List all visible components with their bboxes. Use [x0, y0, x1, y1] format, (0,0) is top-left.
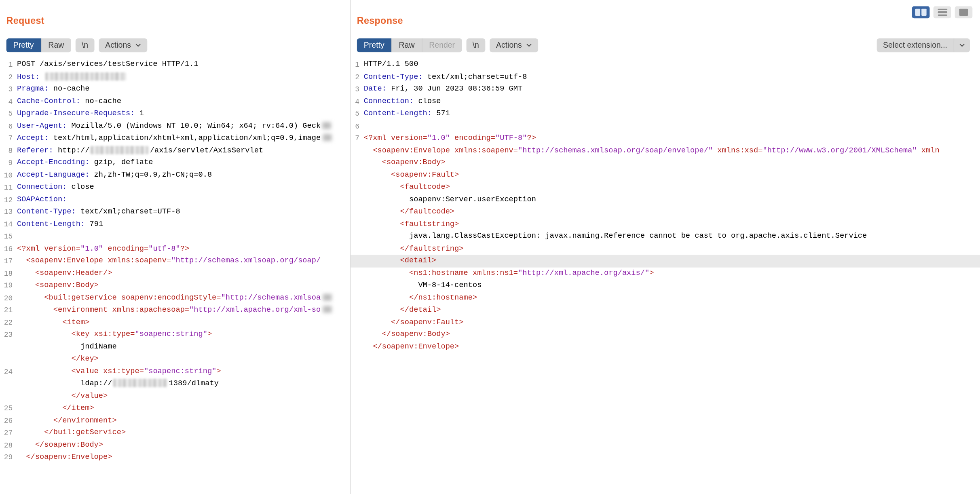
side-by-side-view-button[interactable]	[912, 6, 930, 19]
line-number: 2	[0, 71, 13, 83]
code-row: 21 <environment xmlns:apachesoap="http:/…	[0, 304, 350, 316]
line-number	[351, 181, 359, 193]
code-row: 20 <buil:getService soapenv:encodingStyl…	[0, 292, 350, 304]
line-number: 8	[0, 144, 13, 156]
code-row: </faultstring>	[351, 243, 980, 255]
columns-icon	[915, 9, 920, 16]
code-row: 24 <value xsi:type="soapenc:string">	[0, 365, 350, 378]
line-number	[351, 341, 359, 353]
line-number: 20	[0, 292, 13, 304]
response-newline-toggle[interactable]: \n	[466, 38, 485, 52]
select-extension-dropdown[interactable]: Select extension...	[877, 38, 970, 52]
line-number: 3	[0, 83, 13, 95]
code-row: </soapenv:Fault>	[351, 316, 980, 328]
line-number: 13	[0, 206, 13, 218]
code-row: 2Host:	[0, 71, 350, 83]
code-row: <soapenv:Fault>	[351, 169, 980, 181]
code-row: </soapenv:Envelope>	[351, 341, 980, 353]
line-number: 24	[0, 365, 13, 378]
code-row: 27 </buil:getService>	[0, 427, 350, 439]
chevron-down-icon	[135, 43, 141, 47]
line-number: 1	[0, 59, 13, 71]
line-number: 1	[351, 59, 359, 71]
request-editor[interactable]: 1POST /axis/services/testService HTTP/1.…	[0, 59, 350, 494]
request-newline-toggle[interactable]: \n	[75, 38, 94, 52]
line-number	[351, 304, 359, 316]
code-row: VM-8-14-centos	[351, 279, 980, 291]
line-number: 6	[351, 120, 359, 132]
chevron-down-icon	[954, 38, 970, 52]
line-number	[351, 316, 359, 328]
line-number: 5	[351, 108, 359, 120]
line-number: 25	[0, 402, 13, 414]
code-row: </ns1:hostname>	[351, 292, 980, 304]
line-number	[0, 378, 13, 390]
code-row: <ns1:hostname xmlns:ns1="http://xml.apac…	[351, 267, 980, 279]
request-title: Request	[6, 15, 44, 25]
request-actions-button[interactable]: Actions	[99, 38, 148, 52]
columns-icon	[921, 9, 926, 16]
code-row: 18 <soapenv:Header/>	[0, 267, 350, 279]
code-row: 11Connection: close	[0, 181, 350, 193]
code-row: </value>	[0, 390, 350, 402]
http-message-viewer: Request Pretty Raw \n Actions 1POST /axi…	[0, 0, 980, 494]
code-row: 29 </soapenv:Envelope>	[0, 451, 350, 463]
line-number: 18	[0, 267, 13, 279]
response-tab-raw[interactable]: Raw	[391, 38, 422, 52]
redacted-text	[114, 379, 168, 387]
line-number: 28	[0, 439, 13, 451]
line-number: 2	[351, 71, 359, 83]
line-number: 4	[351, 95, 359, 108]
clipped-text-hint	[323, 306, 332, 313]
code-row: 2Content-Type: text/xml;charset=utf-8	[351, 71, 980, 83]
code-row: 28 </soapenv:Body>	[0, 439, 350, 451]
line-number: 21	[0, 304, 13, 316]
code-row: </key>	[0, 353, 350, 365]
code-row: 6	[351, 120, 980, 132]
code-row: 25 </item>	[0, 402, 350, 414]
line-number	[351, 279, 359, 291]
code-row: 6User-Agent: Mozilla/5.0 (Windows NT 10.…	[0, 120, 350, 132]
request-format-tabs: Pretty Raw	[6, 38, 71, 52]
code-row: 17 <soapenv:Envelope xmlns:soapenv="http…	[0, 255, 350, 267]
response-tab-render[interactable]: Render	[422, 38, 462, 52]
code-row: </detail>	[351, 304, 980, 316]
line-number	[351, 169, 359, 181]
line-number: 7	[351, 132, 359, 144]
line-number: 19	[0, 279, 13, 291]
code-row: 5Content-Length: 571	[351, 108, 980, 120]
line-number	[351, 144, 359, 156]
line-number	[351, 243, 359, 255]
request-actions-label: Actions	[105, 41, 131, 50]
request-tab-raw[interactable]: Raw	[41, 38, 71, 52]
line-number	[0, 341, 13, 353]
line-number: 17	[0, 255, 13, 267]
code-row: 23 <key xsi:type="soapenc:string">	[0, 329, 350, 341]
response-actions-button[interactable]: Actions	[490, 38, 538, 52]
line-number	[351, 292, 359, 304]
code-row: jndiName	[0, 341, 350, 353]
code-row: <soapenv:Envelope xmlns:soapenv="http://…	[351, 144, 980, 156]
line-number: 3	[351, 83, 359, 95]
chevron-down-icon	[526, 43, 532, 47]
line-number: 6	[0, 120, 13, 132]
clipped-text-hint	[323, 294, 332, 301]
line-number	[351, 206, 359, 218]
select-extension-label: Select extension...	[877, 38, 953, 52]
code-row: </faultcode>	[351, 206, 980, 218]
single-view-button[interactable]	[955, 6, 973, 19]
code-row: <faultcode>	[351, 181, 980, 193]
request-tab-pretty[interactable]: Pretty	[6, 38, 41, 52]
line-number: 29	[0, 451, 13, 463]
response-editor[interactable]: 1HTTP/1.1 5002Content-Type: text/xml;cha…	[351, 59, 980, 494]
response-panel: Response Pretty Raw Render \n Actions Se…	[351, 0, 980, 494]
line-number: 12	[0, 194, 13, 206]
code-row: 5Upgrade-Insecure-Requests: 1	[0, 108, 350, 120]
single-panel-icon	[959, 9, 968, 16]
line-number: 15	[0, 230, 13, 243]
response-tab-pretty[interactable]: Pretty	[357, 38, 391, 52]
stacked-view-button[interactable]	[934, 6, 951, 19]
code-row: 19 <soapenv:Body>	[0, 279, 350, 291]
code-row: 8Referer: http:///axis/servlet/AxisServl…	[0, 144, 350, 156]
code-row: </soapenv:Body>	[351, 329, 980, 341]
